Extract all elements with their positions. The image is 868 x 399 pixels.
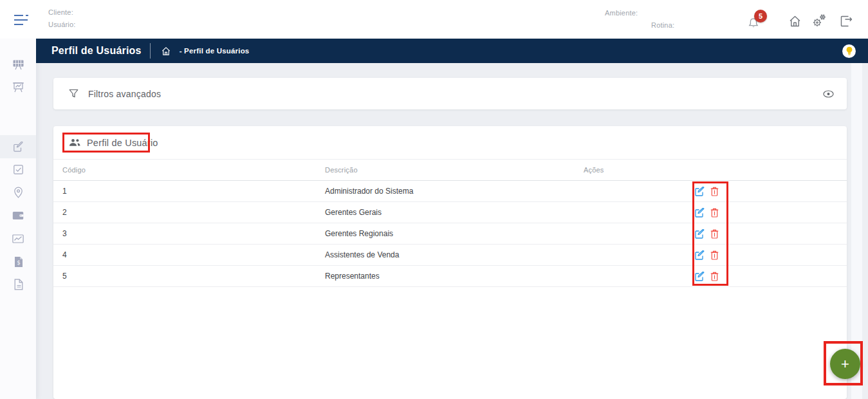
presentation-chart-icon (12, 82, 24, 93)
filter-funnel-icon (69, 89, 78, 98)
row-descricao: Gerentes Gerais (325, 202, 382, 223)
panel-title: Perfil de Usuário (87, 138, 158, 148)
table-row: 3 Gerentes Regionais (53, 223, 847, 245)
scrollbar-track[interactable] (851, 63, 862, 399)
ambiente-label: Ambiente: (605, 9, 638, 17)
table-row: 4 Assistentes de Venda (53, 245, 847, 266)
home-button[interactable] (785, 12, 804, 31)
add-profile-fab[interactable]: + (830, 349, 860, 379)
row-actions (695, 266, 719, 287)
solar-panel-icon (12, 59, 24, 70)
top-header: Cliente: Usuário: Ambiente: Rotina: 5 (0, 0, 868, 39)
edit-icon (695, 272, 705, 281)
panel-header: Perfil de Usuário (53, 126, 847, 160)
row-codigo: 2 (62, 202, 67, 223)
cliente-label: Cliente: (48, 8, 73, 16)
eye-icon (823, 90, 834, 98)
menu-toggle-icon[interactable] (13, 14, 30, 26)
edit-button[interactable] (695, 229, 705, 239)
sidebar-item-dashboard[interactable] (0, 76, 36, 98)
delete-button[interactable] (710, 272, 719, 281)
row-codigo: 5 (62, 266, 67, 287)
column-header-descricao: Descrição (325, 160, 358, 181)
group-icon (69, 138, 80, 147)
sidebar-item-financeiro[interactable] (0, 205, 36, 227)
row-descricao: Assistentes de Venda (325, 245, 399, 266)
lightbulb-icon (845, 46, 853, 55)
edit-icon (695, 187, 705, 196)
svg-text:$: $ (17, 259, 20, 266)
edit-button[interactable] (695, 208, 705, 218)
column-header-acoes: Ações (584, 160, 604, 181)
table-row: 2 Gerentes Gerais (53, 202, 847, 223)
checkbox-icon (13, 164, 24, 175)
rotina-label: Rotina: (651, 21, 674, 29)
logout-button[interactable] (836, 12, 856, 31)
edit-form-icon (13, 142, 24, 153)
row-codigo: 1 (62, 181, 67, 202)
trash-icon (710, 229, 719, 239)
delete-button[interactable] (710, 250, 719, 260)
home-icon (788, 15, 802, 28)
table-row: 5 Representantes (53, 266, 847, 287)
edit-icon (695, 229, 705, 239)
row-descricao: Gerentes Regionais (325, 223, 393, 245)
row-actions (695, 181, 719, 202)
row-codigo: 3 (62, 223, 67, 245)
table-row: 1 Administrador do Sistema (53, 181, 847, 202)
toggle-visibility-button[interactable] (823, 90, 834, 98)
gears-icon (811, 13, 827, 28)
title-separator (150, 43, 151, 59)
sidebar: $ (0, 39, 36, 399)
location-pin-icon (14, 187, 23, 198)
advanced-filters-label: Filtros avançados (88, 89, 161, 99)
document-icon (14, 279, 23, 290)
sidebar-item-solar-panel[interactable] (0, 53, 36, 75)
sidebar-item-vendas[interactable] (0, 228, 36, 250)
edit-button[interactable] (695, 250, 705, 260)
trash-icon (710, 187, 719, 196)
page-title: Perfil de Usuários (51, 45, 142, 57)
notifications-button[interactable]: 5 (746, 9, 770, 31)
edit-icon (695, 250, 705, 260)
row-actions (695, 245, 719, 266)
breadcrumb: - Perfil de Usuários (180, 47, 250, 55)
row-descricao: Administrador do Sistema (325, 181, 413, 202)
sidebar-item-tarefas[interactable] (0, 158, 36, 180)
delete-button[interactable] (710, 208, 719, 218)
trash-icon (710, 272, 719, 281)
user-profiles-panel: Perfil de Usuário Código Descrição Ações… (53, 126, 847, 399)
delete-button[interactable] (710, 229, 719, 239)
trash-icon (710, 208, 719, 218)
settings-button[interactable] (809, 11, 829, 30)
row-descricao: Representantes (325, 266, 380, 287)
trash-icon (710, 250, 719, 260)
app-screen: Cliente: Usuário: Ambiente: Rotina: 5 (0, 0, 868, 399)
edit-button[interactable] (695, 272, 705, 281)
sidebar-item-localizacao[interactable] (0, 181, 36, 203)
sidebar-item-cadastros[interactable] (0, 135, 36, 158)
row-actions (695, 223, 719, 245)
row-actions (695, 202, 719, 223)
edit-button[interactable] (695, 187, 705, 196)
invoice-icon: $ (14, 256, 23, 268)
title-bar: Perfil de Usuários - Perfil de Usuários (36, 39, 868, 63)
chart-box-icon (12, 234, 24, 243)
table-header-row: Código Descrição Ações (53, 160, 847, 181)
sidebar-item-relatorios[interactable] (0, 274, 36, 295)
edit-icon (695, 208, 705, 218)
exit-icon (840, 15, 853, 28)
sidebar-item-faturamento[interactable]: $ (0, 251, 36, 273)
wallet-icon (12, 211, 24, 220)
advanced-filters-panel[interactable]: Filtros avançados (53, 78, 847, 109)
usuario-label: Usuário: (48, 21, 76, 28)
column-header-codigo: Código (62, 160, 86, 181)
help-tip-button[interactable] (842, 44, 856, 58)
breadcrumb-home-icon[interactable] (161, 46, 171, 56)
notification-badge: 5 (754, 10, 767, 23)
delete-button[interactable] (710, 187, 719, 196)
row-codigo: 4 (62, 245, 67, 266)
